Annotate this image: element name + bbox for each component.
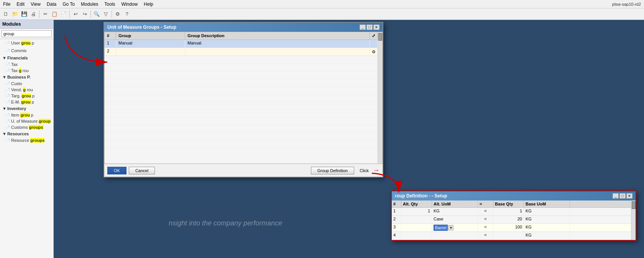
sidebar-item-tax-g[interactable]: 📄 Tax grou: [0, 67, 53, 74]
empty-row-8: [105, 94, 378, 102]
gd-r4-num: 4: [392, 232, 401, 240]
gd-r3-eq: =: [478, 224, 493, 232]
toolbar-settings[interactable]: ⚙: [113, 10, 122, 18]
groupdef-table-content: # Alt. Qty Alt. UoM = Base Qty Base UoM …: [392, 200, 631, 240]
gd-col-hash: #: [392, 200, 401, 207]
settings-icon: ⚙: [372, 49, 376, 54]
gd-row-4[interactable]: 4 = KG: [392, 232, 631, 240]
empty-row-14: [105, 140, 378, 148]
dialog-uom-maximize[interactable]: □: [366, 25, 373, 30]
sidebar-item-vend[interactable]: 📄 Vend. grou: [0, 87, 53, 93]
sidebar-item-user[interactable]: 📄 User group: [0, 40, 53, 46]
row2-group[interactable]: [116, 48, 185, 56]
sidebar-item-customs-groups[interactable]: 📄 Customs groups: [0, 124, 53, 130]
sidebar-section-resources[interactable]: ▼ Resources: [0, 130, 53, 137]
gd-r3-alt-uom[interactable]: Barrel ▼: [432, 224, 478, 232]
uom-table-row-1[interactable]: 1 Manual Manual: [105, 40, 378, 48]
cancel-button[interactable]: Cancel: [129, 167, 155, 174]
toolbar-sep-1: [39, 10, 39, 18]
sidebar-item-resource-groups[interactable]: 📄 Resource groups: [0, 137, 53, 143]
gd-row-3[interactable]: 3 Barrel ▼ = 100 KG: [392, 224, 631, 232]
ok-button[interactable]: OK: [107, 167, 127, 174]
expand-col[interactable]: ⤢: [370, 32, 378, 39]
menu-window[interactable]: Window: [118, 1, 141, 8]
click-arrow-icon: →: [373, 166, 380, 174]
row2-group-input[interactable]: [118, 49, 182, 53]
barrel-dropdown-btn[interactable]: ▼: [448, 225, 453, 230]
gd-r1-num: 1: [392, 208, 401, 215]
toolbar-copy[interactable]: 📋: [50, 10, 59, 18]
uom-table-row-2[interactable]: 2 ⚙: [105, 48, 378, 56]
doc-icon-9: 📄: [5, 113, 10, 117]
highlight-groups: groups: [29, 125, 43, 130]
gd-r4-eq: =: [478, 232, 493, 240]
doc-icon-11: 📄: [5, 125, 10, 130]
menu-tools[interactable]: Tools: [101, 1, 118, 8]
groupdef-table-wrapper: # Alt. Qty Alt. UoM = Base Qty Base UoM …: [392, 200, 636, 240]
highlight-grou4: grou: [20, 113, 30, 117]
gd-r4-alt-qty: [401, 232, 432, 240]
app-layout: Modules 📄 User group 📄 Commis ▼ Financia…: [0, 20, 644, 258]
sidebar: Modules 📄 User group 📄 Commis ▼ Financia…: [0, 20, 54, 258]
sidebar-item-uom-groups[interactable]: 📄 U. of Measure group: [0, 118, 53, 124]
sidebar-item-targ[interactable]: 📄 Targ. group: [0, 93, 53, 99]
gd-col-eq: =: [478, 200, 493, 207]
toolbar-help[interactable]: ?: [123, 10, 131, 18]
menu-modules[interactable]: Modules: [78, 1, 101, 8]
toolbar-save[interactable]: 💾: [20, 10, 28, 18]
toolbar-search[interactable]: 🔍: [92, 10, 101, 18]
sidebar-section-financials[interactable]: ▼ Financials: [0, 54, 53, 61]
gd-scrollbar[interactable]: [631, 200, 636, 240]
dialog-groupdef-minimize[interactable]: _: [613, 193, 619, 199]
empty-row-6: [105, 79, 378, 87]
toolbar-cut[interactable]: ✂: [41, 10, 49, 18]
toolbar-undo[interactable]: ↩: [71, 10, 80, 18]
uom-scrollbar[interactable]: [378, 32, 382, 163]
toolbar-redo[interactable]: ↪: [80, 10, 89, 18]
click-hint: Click: [360, 168, 369, 173]
menu-data[interactable]: Data: [44, 1, 59, 8]
main-content: nsight into the company performance Unit…: [54, 20, 644, 258]
gd-row-2[interactable]: 2 Case = 20 KG: [392, 216, 631, 224]
gd-scrollbar-thumb[interactable]: [632, 201, 636, 209]
sidebar-item-em[interactable]: 📄 E-M. group: [0, 99, 53, 105]
uom-scrollbar-thumb[interactable]: [378, 33, 382, 41]
toolbar-paste[interactable]: 📄: [59, 10, 68, 18]
empty-row-4: [105, 64, 378, 71]
dialog-uom-close[interactable]: ✕: [373, 25, 380, 30]
sidebar-item-item-groups[interactable]: 📄 Item group: [0, 112, 53, 118]
sidebar-item-commis[interactable]: 📄 Commis: [0, 48, 53, 54]
sidebar-search-input[interactable]: [2, 30, 52, 37]
menu-file[interactable]: File: [0, 1, 13, 8]
menu-help[interactable]: Help: [141, 1, 156, 8]
dialog-uom-minimize[interactable]: _: [360, 25, 366, 30]
sidebar-section-inventory[interactable]: ▼ Inventory: [0, 105, 53, 112]
menu-bar: File Edit View Data Go To Modules Tools …: [0, 0, 644, 8]
sidebar-item-custo[interactable]: 📄 Custo: [0, 81, 53, 87]
dialog-uom-titlebar: Unit of Measure Groups - Setup _ □ ✕: [104, 23, 383, 32]
sidebar-section-user: 📄 User group: [0, 39, 53, 47]
dialog-groupdef-maximize[interactable]: □: [619, 193, 626, 199]
toolbar-print[interactable]: 🖨: [29, 10, 38, 18]
gd-r1-alt-uom: KG: [432, 208, 478, 215]
menu-edit[interactable]: Edit: [13, 1, 28, 8]
highlight-group1: group: [39, 119, 51, 123]
menu-view[interactable]: View: [28, 1, 44, 8]
dialog-groupdef-close[interactable]: ✕: [626, 193, 632, 199]
toolbar-filter[interactable]: ▽: [102, 10, 110, 18]
doc-icon-3: 📄: [5, 62, 10, 67]
sidebar-section-commis: 📄 Commis: [0, 47, 53, 54]
toolbar-new[interactable]: 🗋: [2, 10, 10, 18]
menu-goto[interactable]: Go To: [59, 1, 78, 8]
barrel-edit-value[interactable]: Barrel: [434, 225, 448, 231]
toolbar-open[interactable]: 📁: [11, 10, 19, 18]
dialog-uom-footer: OK Cancel Group Definition Click →: [104, 164, 383, 177]
highlight-grou3: grou: [21, 100, 30, 104]
group-definition-button[interactable]: Group Definition: [311, 167, 355, 174]
sidebar-item-tax[interactable]: 📄 Tax: [0, 61, 53, 67]
gd-r1-eq: =: [478, 208, 493, 215]
doc-icon-12: 📄: [5, 138, 10, 143]
sidebar-section-business[interactable]: ▼ Business P.: [0, 74, 53, 81]
window-title: plsw-sap10-rd2: [609, 1, 644, 7]
gd-row-1[interactable]: 1 1 KG = 1 KG: [392, 208, 631, 216]
